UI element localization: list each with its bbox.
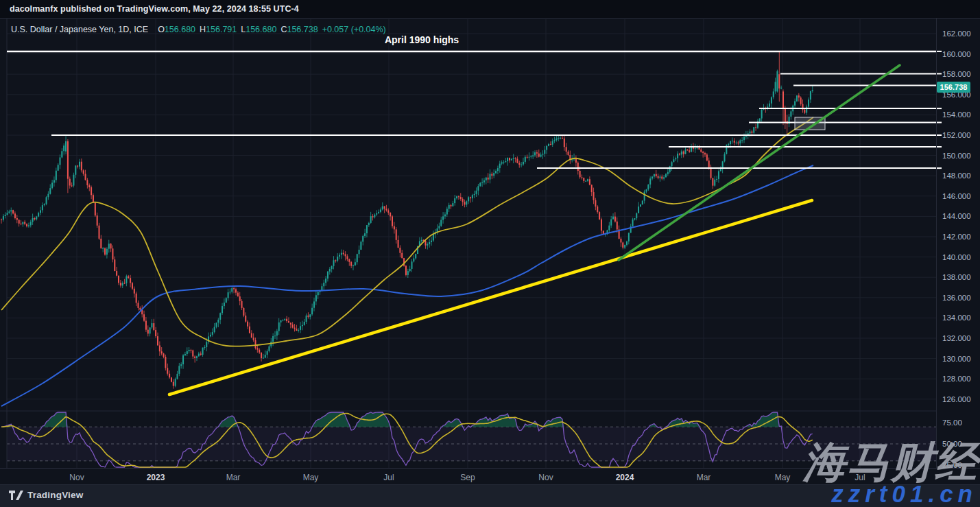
horizontal-lines xyxy=(7,51,942,169)
tradingview-logo[interactable]: TradingView xyxy=(9,490,83,500)
time-axis-label: May xyxy=(775,473,791,482)
price-axis-label: 132.000 xyxy=(942,334,971,342)
high-value: 156.791 xyxy=(206,25,237,34)
price-axis-label: 128.000 xyxy=(942,375,971,383)
chart-annotation: April 1990 highs xyxy=(357,34,487,45)
price-axis-label: 126.000 xyxy=(942,395,971,403)
close-value: 156.738 xyxy=(287,25,318,34)
price-axis-label: 144.000 xyxy=(942,212,971,220)
price-axis-label: 138.000 xyxy=(942,273,971,281)
time-axis-label: Mar xyxy=(697,473,711,482)
open-value: 156.680 xyxy=(165,25,195,34)
price-axis-label: 154.000 xyxy=(942,110,971,119)
ma-slow-line xyxy=(1,165,813,406)
price-axis-label: 160.000 xyxy=(942,50,971,58)
tradingview-logo-icon xyxy=(9,491,23,500)
price-axis-label: 136.000 xyxy=(942,294,971,302)
last-price-value: 156.738 xyxy=(940,83,968,91)
price-axis-label: 162.000 xyxy=(942,30,971,38)
price-axis-label: 75.00 xyxy=(942,418,962,427)
time-axis-label: May xyxy=(303,473,319,482)
time-axis-label: Sep xyxy=(460,473,475,482)
price-axis-label: 134.000 xyxy=(942,314,971,322)
time-axis-label: Nov xyxy=(538,473,553,482)
price-axis-label: 130.000 xyxy=(942,355,971,363)
high-label: H xyxy=(200,25,206,34)
chart-canvas[interactable] xyxy=(0,0,980,507)
low-value: 156.680 xyxy=(246,25,276,34)
time-axis-label: Mar xyxy=(226,473,241,482)
time-axis-label: 2024 xyxy=(616,473,634,482)
open-label: O xyxy=(158,25,165,34)
tradingview-logo-text: TradingView xyxy=(27,490,83,500)
tradingview-published-chart: dacolmanfx published on TradingView.com,… xyxy=(0,0,980,507)
last-price-label: 156.738 xyxy=(937,82,970,93)
change-value: +0.057 (+0.04%) xyxy=(322,25,386,34)
symbol-title[interactable]: U.S. Dollar / Japanese Yen, 1D, ICE xyxy=(11,25,148,34)
price-axis-label: 158.000 xyxy=(942,70,971,78)
price-axis-label: 140.000 xyxy=(942,253,971,261)
price-axis-label: 142.000 xyxy=(942,233,971,241)
price-axis-label: 152.000 xyxy=(942,131,971,139)
price-axis-label: 150.000 xyxy=(942,152,971,160)
price-axis-label: 146.000 xyxy=(942,192,971,200)
watermark-site: zzrt01.cn xyxy=(831,482,977,506)
time-axis-label: Nov xyxy=(69,473,84,482)
time-axis-label: 2023 xyxy=(147,473,165,482)
moving-averages xyxy=(1,117,813,406)
time-axis-label: Jul xyxy=(383,473,394,482)
rsi-overbought-fill xyxy=(1,412,813,427)
watermark-cn: 海马财经 xyxy=(803,441,979,484)
price-axis-label: 148.000 xyxy=(942,172,971,180)
symbol-legend: U.S. Dollar / Japanese Yen, 1D, ICEO156.… xyxy=(11,25,386,34)
